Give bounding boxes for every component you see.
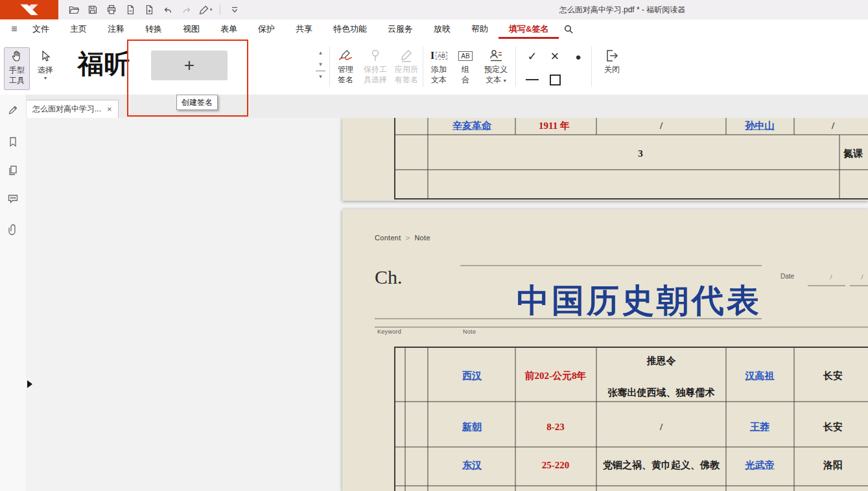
- menu-item-home[interactable]: 主页: [60, 19, 97, 39]
- apply-all-signatures-button: 应用所 有签名: [392, 47, 421, 85]
- create-pdf-icon[interactable]: [141, 2, 157, 17]
- hamburger-menu-icon[interactable]: ≡: [6, 19, 22, 39]
- menu-item-help[interactable]: 帮助: [461, 19, 499, 39]
- menu-item-view[interactable]: 视图: [172, 19, 210, 39]
- cross-stamp-button[interactable]: ×: [545, 47, 565, 66]
- menu-item-fill-sign[interactable]: 填写&签名: [499, 19, 559, 39]
- menu-item-present[interactable]: 放映: [423, 19, 461, 39]
- pen-icon: [400, 47, 413, 64]
- pdf-link-dynasty[interactable]: 东汉: [462, 459, 482, 472]
- pdf-link-founder[interactable]: 汉高祖: [745, 370, 775, 382]
- panel-expand-handle[interactable]: [27, 380, 32, 388]
- document-view: 辛亥革命 1911 年 / 孙中山 / 3 氮课: [26, 118, 868, 491]
- select-tool-button[interactable]: 选择 ▾: [32, 48, 58, 88]
- document-tab[interactable]: 怎么面对高中学习... ×: [26, 100, 119, 118]
- menu-item-protect[interactable]: 保护: [248, 19, 285, 39]
- combine-button[interactable]: AB 组 合: [454, 47, 477, 85]
- select-dropdown-caret: ▾: [44, 76, 47, 81]
- combine-icon: AB: [458, 47, 472, 64]
- print-icon[interactable]: [104, 2, 119, 17]
- create-signature-tooltip: 创建签名: [176, 95, 218, 110]
- pdf-text-period: 前202-公元8年: [525, 370, 587, 382]
- ribbon-separator: [591, 47, 592, 87]
- foxit-logo[interactable]: [0, 0, 58, 19]
- undo-icon[interactable]: [160, 2, 176, 17]
- exit-icon: [605, 47, 619, 64]
- menu-item-share[interactable]: 共享: [285, 19, 323, 39]
- pdf-link-xinhai[interactable]: 辛亥革命: [452, 120, 491, 132]
- ribbon-separator: [515, 47, 516, 87]
- close-fill-sign-button[interactable]: 关闭: [598, 47, 626, 74]
- pdf-link-dynasty[interactable]: 西汉: [462, 370, 482, 382]
- attachments-icon[interactable]: [5, 222, 21, 237]
- pdf-text-event: 党锢之祸、黄巾起义、佛教: [603, 459, 720, 472]
- menubar: ≡ 文件 主页 注释 转换 视图 表单 保护 共享 特色功能 云服务 放映 帮助…: [0, 19, 868, 39]
- cursor-icon: [40, 48, 51, 65]
- dropdown-caret: ▾: [210, 7, 213, 12]
- checkmark-stamp-button[interactable]: ✓: [522, 47, 542, 66]
- menu-item-cloud[interactable]: 云服务: [377, 19, 423, 39]
- line-stamp-button[interactable]: [522, 70, 542, 89]
- fill-sign-tool-icon[interactable]: ▾: [198, 2, 213, 17]
- spinner-more-icon[interactable]: ▾: [316, 71, 325, 81]
- square-glyph: [550, 74, 561, 86]
- pdf-text-capital: 长安: [823, 370, 843, 382]
- menu-item-comment[interactable]: 注释: [97, 19, 135, 39]
- square-stamp-button[interactable]: [545, 70, 565, 89]
- signature-list-spinner: ▴ ▾ ▾: [316, 47, 325, 81]
- annotate-icon[interactable]: [5, 102, 21, 118]
- pdf-link-dynasty[interactable]: 新朝: [462, 421, 482, 433]
- dot-stamp-button[interactable]: ●: [569, 47, 588, 66]
- hand-tool-button[interactable]: 手型 工具: [4, 47, 30, 90]
- pdf-text-period: 8-23: [546, 422, 565, 433]
- foxit-reader-window: ▾ 怎么面对高中学习.pdf * - 福昕阅读器 ≡ 文件 主页 注释 转换 视…: [0, 0, 868, 491]
- toolbar-divider: [220, 5, 220, 15]
- pdf-text-number: 3: [638, 148, 643, 159]
- navigation-sidebar: [0, 95, 27, 491]
- pdf-page-1: 辛亥革命 1911 年 / 孙中山 / 3 氮课: [342, 118, 868, 201]
- note-label: Note: [463, 328, 476, 335]
- line-glyph: [526, 79, 539, 80]
- titlebar: ▾ 怎么面对高中学习.pdf * - 福昕阅读器: [0, 0, 868, 19]
- spinner-down-icon[interactable]: ▾: [316, 59, 325, 69]
- comments-icon[interactable]: [5, 191, 21, 207]
- page-title: 中国历史朝代表: [517, 279, 762, 323]
- pdf-link-founder[interactable]: 光武帝: [745, 459, 775, 472]
- ribbon-separator: [423, 47, 423, 87]
- date-label: Date: [780, 273, 794, 280]
- pdf-link-sunzhongshan[interactable]: 孙中山: [745, 120, 775, 132]
- hand-icon: [10, 48, 23, 65]
- redo-icon[interactable]: [179, 2, 194, 17]
- open-file-icon[interactable]: [66, 2, 82, 17]
- spinner-up-icon[interactable]: ▴: [316, 47, 325, 57]
- add-text-icon: I AB: [430, 47, 447, 64]
- menu-item-file[interactable]: 文件: [22, 19, 60, 39]
- manage-signature-icon: [338, 47, 353, 64]
- tab-close-icon[interactable]: ×: [107, 104, 112, 114]
- manage-signature-button[interactable]: 管理 签名: [332, 47, 359, 85]
- pdf-text-capital: 长安: [823, 421, 843, 433]
- breadcrumb-separator: >: [406, 234, 410, 242]
- add-text-button[interactable]: I AB 添加 文本: [425, 47, 452, 85]
- pdf-text-event: /: [660, 422, 663, 433]
- search-icon[interactable]: [559, 19, 578, 39]
- menu-item-features[interactable]: 特色功能: [323, 19, 377, 39]
- pages-icon[interactable]: [5, 163, 21, 178]
- keep-tool-selected-button: 保持工 具选择: [360, 47, 390, 85]
- pdf-text-period: 25-220: [542, 460, 570, 471]
- menu-item-convert[interactable]: 转换: [135, 19, 172, 39]
- breadcrumb: Content > Note: [375, 234, 430, 242]
- customize-toolbar-icon[interactable]: [227, 2, 242, 17]
- bookmarks-icon[interactable]: [5, 134, 21, 150]
- predefined-text-button[interactable]: 预定义 文本 ▾: [478, 47, 513, 85]
- pin-icon: [369, 47, 382, 64]
- export-pdf-icon[interactable]: [123, 2, 138, 17]
- pdf-text-right-edge: 氮课: [843, 148, 863, 160]
- foxit-logo-glyph: [18, 3, 40, 16]
- save-icon[interactable]: [85, 2, 100, 17]
- page1-table-grid: [342, 118, 868, 201]
- pdf-page-2: Content > Note Ch. 中国历史朝代表 Date / / Keyw…: [342, 209, 868, 491]
- pdf-link-founder[interactable]: 王莽: [750, 421, 769, 433]
- menu-item-form[interactable]: 表单: [210, 19, 248, 39]
- pdf-text-slash: /: [832, 120, 834, 131]
